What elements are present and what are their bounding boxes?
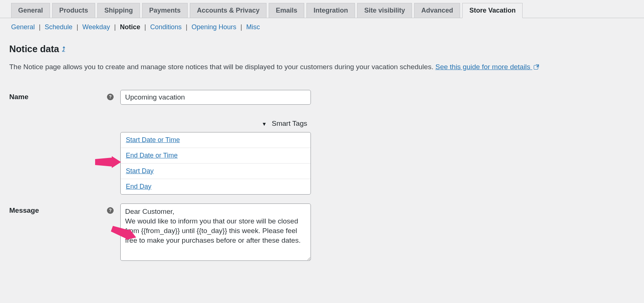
smart-tag-start-date[interactable]: Start Date or Time [126, 136, 180, 144]
page-title: Notice data [9, 44, 59, 54]
main-tabs: General Products Shipping Payments Accou… [0, 0, 644, 18]
smart-tags-label: Smart Tags [272, 119, 307, 127]
tab-accounts-privacy[interactable]: Accounts & Privacy [190, 3, 266, 18]
page-title-row: Notice data ⤴ [0, 31, 644, 54]
external-link-icon [534, 65, 538, 70]
subtab-schedule[interactable]: Schedule [45, 23, 73, 31]
tab-integration[interactable]: Integration [306, 3, 355, 18]
name-label: Name [9, 93, 28, 101]
smart-tags-toggle[interactable]: ▼ Smart Tags [120, 119, 311, 132]
separator: | [241, 23, 242, 31]
separator: | [114, 23, 116, 31]
tab-products[interactable]: Products [52, 3, 95, 18]
tab-site-visibility[interactable]: Site visibility [357, 3, 412, 18]
separator: | [39, 23, 41, 31]
smart-tag-item: Start Date or Time [121, 132, 311, 148]
settings-page: General Products Shipping Payments Accou… [0, 0, 644, 277]
smart-tag-start-day[interactable]: Start Day [126, 167, 154, 175]
help-icon[interactable]: ? [107, 207, 114, 214]
name-input[interactable] [120, 90, 311, 105]
smart-tag-end-day[interactable]: End Day [126, 183, 151, 190]
guide-link[interactable]: See this guide for more details [435, 63, 538, 71]
subtab-opening-hours[interactable]: Opening Hours [192, 23, 237, 31]
tab-advanced[interactable]: Advanced [414, 3, 460, 18]
form-table: Name ? ▼ Smart Tags Start Date or Time E… [0, 72, 644, 263]
separator: | [186, 23, 188, 31]
smart-tags-panel: ▼ Smart Tags Start Date or Time End Date… [120, 119, 311, 195]
tab-payments[interactable]: Payments [142, 3, 188, 18]
description-text: The Notice page allows you to create and… [9, 63, 435, 71]
smart-tag-item: Start Day [121, 163, 311, 179]
sub-tabs: General | Schedule | Weekday | Notice | … [0, 18, 644, 31]
message-label: Message [9, 206, 39, 215]
tab-general[interactable]: General [11, 3, 50, 18]
help-icon[interactable]: ? [107, 94, 114, 100]
subtab-notice: Notice [120, 23, 140, 31]
smart-tag-item: End Day [121, 179, 311, 194]
tab-shipping[interactable]: Shipping [97, 3, 140, 18]
separator: | [144, 23, 146, 31]
subtab-conditions[interactable]: Conditions [150, 23, 182, 31]
subtab-general[interactable]: General [11, 23, 35, 31]
tab-store-vacation[interactable]: Store Vacation [462, 3, 523, 18]
triangle-down-icon: ▼ [262, 121, 267, 127]
smart-tag-item: End Date or Time [121, 148, 311, 163]
row-name: Name ? [9, 83, 633, 105]
smart-tag-end-date[interactable]: End Date or Time [126, 152, 178, 159]
message-textarea[interactable] [120, 203, 311, 261]
smart-tags-list: Start Date or Time End Date or Time Star… [120, 132, 311, 195]
subtab-misc[interactable]: Misc [246, 23, 260, 31]
tab-emails[interactable]: Emails [269, 3, 304, 18]
collapse-toggle-icon[interactable]: ⤴ [62, 46, 65, 53]
subtab-weekday[interactable]: Weekday [83, 23, 110, 31]
separator: | [77, 23, 78, 31]
row-message: Message ? [9, 195, 633, 263]
page-description: The Notice page allows you to create and… [0, 54, 644, 72]
